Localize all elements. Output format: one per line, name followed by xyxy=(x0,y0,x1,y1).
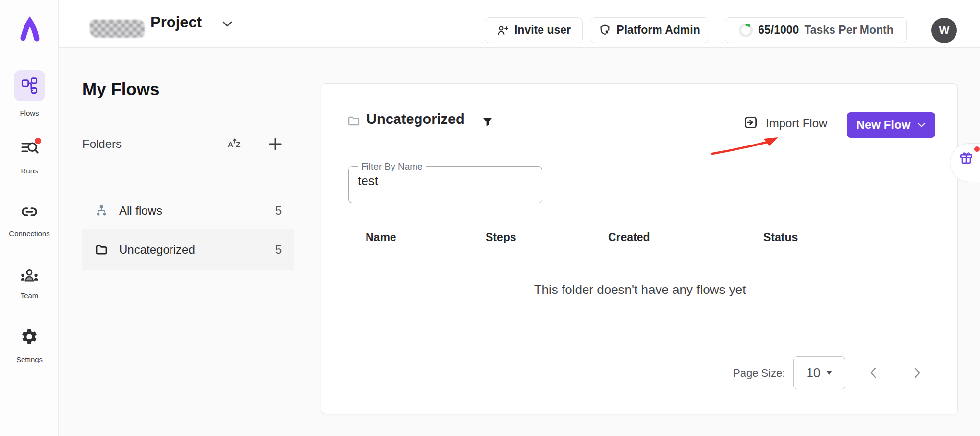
settings-icon xyxy=(20,327,39,346)
import-icon xyxy=(743,115,758,130)
user-avatar[interactable]: W xyxy=(931,18,957,43)
chevron-right-icon xyxy=(914,367,921,378)
svg-text:A: A xyxy=(228,140,233,148)
flows-icon xyxy=(21,77,38,95)
empty-state-message: This folder doesn't have any flows yet xyxy=(321,282,958,297)
folder-icon xyxy=(95,243,108,257)
avatar-initial: W xyxy=(939,24,950,37)
folder-item-uncategorized[interactable]: Uncategorized 5 xyxy=(82,229,294,270)
import-flow-button[interactable] xyxy=(742,114,760,131)
import-flow-label[interactable]: Import Flow xyxy=(766,117,827,130)
sidebar-item-label: Connections xyxy=(0,229,59,238)
chevron-left-icon xyxy=(870,367,876,378)
chevron-down-icon xyxy=(917,122,926,128)
svg-text:Z: Z xyxy=(236,140,240,148)
filter-name-input[interactable] xyxy=(358,173,529,189)
folders-header: Folders xyxy=(82,137,122,151)
add-folder-button[interactable] xyxy=(266,134,285,154)
folder-item-count: 5 xyxy=(275,204,282,218)
project-title: Project xyxy=(150,14,202,31)
sidebar: Flows Runs Connections xyxy=(0,0,59,436)
platform-admin-label: Platform Admin xyxy=(616,24,700,37)
sort-az-icon: A Z xyxy=(228,137,243,151)
sidebar-item-label: Team xyxy=(0,291,59,300)
gift-icon xyxy=(958,150,974,166)
filter-funnel-icon xyxy=(481,115,494,128)
column-header-steps: Steps xyxy=(486,231,516,244)
invite-user-button[interactable]: Invite user xyxy=(485,17,583,43)
app-window: Flows Runs Connections xyxy=(0,0,980,436)
table-divider xyxy=(343,255,937,255)
app-logo-icon[interactable] xyxy=(0,16,59,43)
column-header-status: Status xyxy=(763,231,798,244)
project-selector[interactable]: Project xyxy=(59,0,255,48)
rewards-alert-badge xyxy=(974,146,980,152)
page-size-label: Page Size: xyxy=(733,367,785,380)
page-size-value: 10 xyxy=(807,365,821,381)
tasks-usage-badge[interactable]: 65/1000 Tasks Per Month xyxy=(725,17,907,43)
tasks-label: Tasks Per Month xyxy=(804,24,893,37)
invite-user-label: Invite user xyxy=(514,24,571,37)
shield-admin-icon xyxy=(599,24,611,36)
plus-icon xyxy=(268,137,283,151)
runs-alert-badge xyxy=(35,138,41,144)
folder-item-label: Uncategorized xyxy=(119,243,195,257)
filter-by-name-field[interactable]: Filter By Name xyxy=(348,166,542,203)
card-folder-title: Uncategorized xyxy=(367,111,465,127)
connections-icon xyxy=(20,203,39,220)
page-title: My Flows xyxy=(82,79,160,99)
team-icon xyxy=(20,267,39,284)
folder-item-all-flows[interactable]: All flows 5 xyxy=(82,196,294,225)
sidebar-item-connections[interactable] xyxy=(0,203,59,220)
folder-item-label: All flows xyxy=(119,204,162,218)
folder-item-count: 5 xyxy=(275,243,282,257)
platform-admin-button[interactable]: Platform Admin xyxy=(590,17,709,43)
folder-icon xyxy=(347,114,361,128)
chevron-down-icon xyxy=(222,21,232,27)
sidebar-item-flows[interactable] xyxy=(14,70,45,101)
caret-down-icon xyxy=(826,371,832,375)
new-flow-button[interactable]: New Flow xyxy=(847,112,935,138)
filter-button[interactable] xyxy=(479,113,496,130)
sidebar-item-label: Settings xyxy=(0,355,59,363)
flows-table-card: Uncategorized Import Flow New Flow Filte… xyxy=(321,83,958,414)
sidebar-item-settings[interactable] xyxy=(0,327,59,346)
sitemap-icon xyxy=(95,204,108,218)
next-page-button[interactable] xyxy=(907,363,927,383)
invite-user-icon xyxy=(496,24,509,36)
progress-donut-icon xyxy=(738,23,754,38)
page-size-select[interactable]: 10 xyxy=(793,356,845,389)
column-header-created: Created xyxy=(608,231,650,244)
sidebar-item-team[interactable] xyxy=(0,267,59,284)
filter-field-label: Filter By Name xyxy=(358,161,426,172)
sort-folders-button[interactable]: A Z xyxy=(226,135,244,153)
topbar: Project Invite user Platform Admin xyxy=(59,0,980,48)
sidebar-item-label: Flows xyxy=(0,109,59,117)
project-name-redacted xyxy=(90,20,145,38)
new-flow-label: New Flow xyxy=(857,118,911,132)
sidebar-item-runs[interactable] xyxy=(0,139,59,156)
sidebar-item-label: Runs xyxy=(0,167,59,175)
tasks-count: 65/1000 xyxy=(758,24,799,37)
previous-page-button[interactable] xyxy=(863,363,882,383)
column-header-name: Name xyxy=(366,231,396,244)
